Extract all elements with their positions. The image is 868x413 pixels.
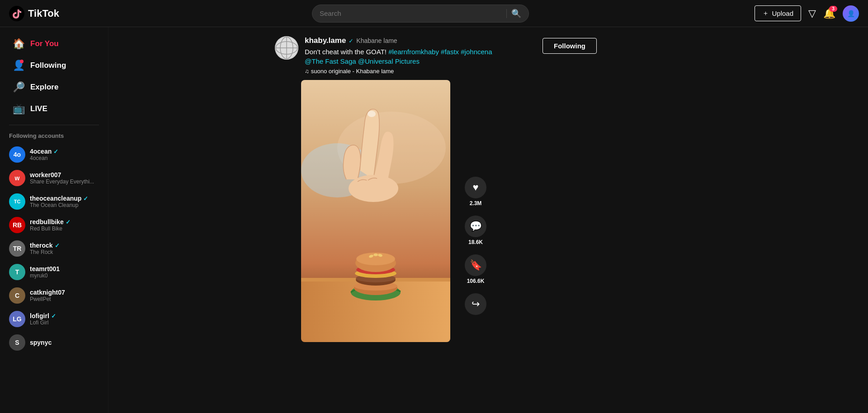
account-info-lofigirl: lofigirl ✓ Lofi Girl bbox=[30, 312, 99, 326]
comment-icon: 💬 bbox=[470, 221, 482, 232]
search-input[interactable] bbox=[320, 9, 502, 17]
video-area: ♥ 2.3M 💬 18.6K 🔖 106.6K bbox=[271, 80, 450, 342]
following-accounts-label: Following accounts bbox=[0, 131, 108, 143]
following-account-4ocean[interactable]: 4o 4ocean ✓ 4ocean bbox=[0, 143, 108, 166]
account-desc-catknight07: PwellPet bbox=[30, 296, 99, 302]
account-desc-lofigirl: Lofi Girl bbox=[30, 319, 99, 326]
account-avatar-worker007: w bbox=[9, 170, 25, 186]
verified-icon-redbull: ✓ bbox=[66, 219, 71, 225]
nav-right: ＋ Upload ▽ 🔔 3 👤 bbox=[732, 5, 859, 22]
account-info-theoceancleanup: theoceancleanup ✓ The Ocean Cleanup bbox=[30, 195, 99, 208]
following-button[interactable]: Following bbox=[542, 38, 597, 54]
account-username-teamrt001: teamrt001 bbox=[30, 265, 60, 272]
account-username-redbullbike: redbullbike bbox=[30, 218, 64, 225]
sidebar: 🏠 For You 👤 Following 🔎 Explore 📺 LIVE F… bbox=[0, 27, 108, 413]
mention-universal[interactable]: @Universal Pictures bbox=[358, 57, 420, 65]
svg-point-24 bbox=[368, 111, 376, 117]
account-info-spynyc: spynyc bbox=[30, 339, 99, 346]
live-icon: 📺 bbox=[13, 103, 25, 115]
sidebar-nav-item-following[interactable]: 👤 Following bbox=[4, 55, 104, 76]
following-account-worker007[interactable]: w worker007 Share Everyday Everythi... bbox=[0, 166, 108, 190]
explore-label: Explore bbox=[30, 83, 58, 92]
account-desc-theoceancleanup: The Ocean Cleanup bbox=[30, 202, 99, 208]
save-button[interactable]: 🔖 bbox=[465, 254, 486, 276]
video-description: Don't cheat with the GOAT! #learnfromkha… bbox=[305, 47, 536, 66]
logo[interactable]: TikTok bbox=[9, 6, 108, 21]
account-username-spynyc: spynyc bbox=[30, 339, 52, 346]
video-sound-text: suono originale - Khabane lame bbox=[311, 68, 394, 75]
feed-container: khaby.lame ✓ Khabane lame Don't cheat wi… bbox=[271, 36, 705, 404]
account-username-lofigirl: lofigirl bbox=[30, 312, 49, 319]
account-username-therock: therock bbox=[30, 242, 53, 249]
account-desc-worker007: Share Everyday Everythi... bbox=[30, 178, 99, 185]
account-info-4ocean: 4ocean ✓ 4ocean bbox=[30, 148, 99, 161]
share-icon: ↪ bbox=[472, 298, 480, 310]
hashtag-learnfromkhaby[interactable]: #learnfromkhaby bbox=[388, 48, 439, 56]
save-count: 106.6K bbox=[467, 278, 485, 284]
user-avatar[interactable]: 👤 bbox=[843, 5, 859, 22]
verified-icon-therock: ✓ bbox=[55, 242, 60, 249]
account-avatar-theoceancleanup: TC bbox=[9, 193, 25, 210]
account-desc-therock: The Rock bbox=[30, 249, 99, 255]
account-avatar-spynyc: S bbox=[9, 334, 25, 351]
account-username-theoceancleanup: theoceancleanup bbox=[30, 195, 81, 202]
video-header: khaby.lame ✓ Khabane lame Don't cheat wi… bbox=[271, 36, 597, 75]
like-button[interactable]: ♥ bbox=[465, 177, 486, 198]
share-button[interactable]: ↪ bbox=[465, 293, 486, 315]
upload-button[interactable]: ＋ Upload bbox=[755, 5, 801, 21]
filter-icon-button[interactable]: ▽ bbox=[808, 8, 816, 19]
comment-count: 18.6K bbox=[468, 239, 483, 245]
account-username-catknight07: catknight07 bbox=[30, 289, 65, 296]
creator-username[interactable]: khaby.lame bbox=[305, 36, 346, 45]
logo-text: TikTok bbox=[28, 8, 59, 19]
following-account-catknight07[interactable]: C catknight07 PwellPet bbox=[0, 284, 108, 307]
share-button-group: ↪ bbox=[465, 293, 486, 315]
following-account-theoceancleanup[interactable]: TC theoceancleanup ✓ The Ocean Cleanup bbox=[0, 190, 108, 213]
hashtag-fastx[interactable]: #fastx bbox=[441, 48, 459, 56]
search-divider bbox=[506, 9, 507, 18]
svg-point-25 bbox=[349, 175, 398, 202]
account-avatar-4ocean: 4o bbox=[9, 146, 25, 163]
account-avatar-teamrt001: T bbox=[9, 264, 25, 280]
action-buttons: ♥ 2.3M 💬 18.6K 🔖 106.6K bbox=[465, 177, 486, 315]
account-username-4ocean: 4ocean bbox=[30, 148, 52, 155]
creator-display-name: Khabane lame bbox=[356, 37, 397, 44]
explore-icon: 🔎 bbox=[13, 81, 25, 93]
comment-button-group: 💬 18.6K bbox=[465, 216, 486, 245]
video-sound[interactable]: ♫ suono originale - Khabane lame bbox=[305, 68, 536, 75]
creator-verified-icon: ✓ bbox=[349, 38, 354, 44]
save-button-group: 🔖 106.6K bbox=[465, 254, 486, 284]
following-account-spynyc[interactable]: S spynyc bbox=[0, 331, 108, 354]
creator-avatar[interactable] bbox=[275, 36, 298, 60]
following-account-therock[interactable]: TR therock ✓ The Rock bbox=[0, 237, 108, 260]
video-meta: khaby.lame ✓ Khabane lame Don't cheat wi… bbox=[305, 36, 536, 75]
video-wrapper[interactable] bbox=[301, 80, 450, 342]
sidebar-divider bbox=[9, 125, 99, 125]
music-note-icon: ♫ bbox=[305, 68, 309, 75]
heart-icon: ♥ bbox=[472, 182, 478, 193]
following-account-redbullbike[interactable]: RB redbullbike ✓ Red Bull Bike bbox=[0, 213, 108, 237]
notifications-button[interactable]: 🔔 3 bbox=[823, 8, 835, 19]
mention-fast-saga[interactable]: @The Fast Saga bbox=[305, 57, 356, 65]
main-content: khaby.lame ✓ Khabane lame Don't cheat wi… bbox=[108, 27, 868, 413]
hashtag-johncena[interactable]: #johncena bbox=[461, 48, 492, 56]
sidebar-nav-item-explore[interactable]: 🔎 Explore bbox=[4, 77, 104, 98]
account-info-catknight07: catknight07 PwellPet bbox=[30, 289, 99, 302]
following-label: Following bbox=[30, 61, 66, 70]
like-button-group: ♥ 2.3M bbox=[465, 177, 486, 206]
account-info-teamrt001: teamrt001 myruk0 bbox=[30, 265, 99, 279]
video-card: khaby.lame ✓ Khabane lame Don't cheat wi… bbox=[271, 36, 597, 404]
comment-button[interactable]: 💬 bbox=[465, 216, 486, 237]
like-count: 2.3M bbox=[470, 200, 482, 206]
search-icon[interactable]: 🔍 bbox=[511, 9, 521, 19]
account-desc-4ocean: 4ocean bbox=[30, 155, 99, 161]
account-info-redbullbike: redbullbike ✓ Red Bull Bike bbox=[30, 218, 99, 232]
sidebar-nav-item-for-you[interactable]: 🏠 For You bbox=[4, 33, 104, 54]
sidebar-nav-item-live[interactable]: 📺 LIVE bbox=[4, 99, 104, 119]
following-account-lofigirl[interactable]: LG lofigirl ✓ Lofi Girl bbox=[0, 307, 108, 331]
search-container: 🔍 bbox=[108, 5, 732, 23]
account-info-therock: therock ✓ The Rock bbox=[30, 242, 99, 255]
following-account-teamrt001[interactable]: T teamrt001 myruk0 bbox=[0, 260, 108, 284]
svg-point-0 bbox=[9, 6, 24, 21]
search-box: 🔍 bbox=[312, 5, 529, 23]
